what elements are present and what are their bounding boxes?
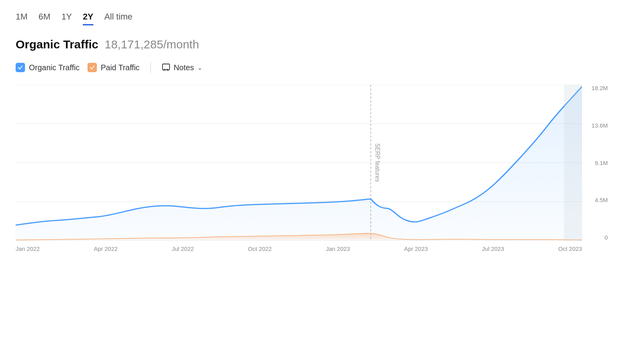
annotation-text: SERP features bbox=[374, 144, 381, 182]
x-label-jan22: Jan 2022 bbox=[16, 245, 40, 252]
paid-label: Paid Traffic bbox=[101, 63, 140, 72]
chart-value: 18,171,285/month bbox=[105, 38, 199, 51]
paid-checkbox[interactable] bbox=[88, 63, 97, 72]
time-tab-1m[interactable]: 1M bbox=[16, 12, 28, 25]
notes-button[interactable]: Notes ⌄ bbox=[162, 63, 202, 72]
time-tab-all-time[interactable]: All time bbox=[104, 12, 132, 25]
x-axis: Jan 2022 Apr 2022 Jul 2022 Oct 2022 Jan … bbox=[16, 241, 582, 256]
notes-icon bbox=[162, 63, 170, 72]
check-icon-paid bbox=[89, 65, 95, 70]
time-tab-2y[interactable]: 2Y bbox=[83, 12, 93, 25]
x-label-oct22: Oct 2022 bbox=[248, 245, 272, 252]
x-label-apr22: Apr 2022 bbox=[94, 245, 118, 252]
legend-row: Organic Traffic Paid Traffic Notes ⌄ bbox=[16, 62, 609, 73]
time-tab-1y[interactable]: 1Y bbox=[61, 12, 72, 25]
organic-checkbox[interactable] bbox=[16, 63, 25, 72]
chart-svg: SERP features bbox=[16, 85, 582, 241]
svg-rect-7 bbox=[564, 85, 582, 241]
chevron-down-icon: ⌄ bbox=[197, 64, 202, 71]
x-label-jul23: Jul 2023 bbox=[482, 245, 504, 252]
y-label-0: 0 bbox=[605, 234, 608, 241]
title-row: Organic Traffic 18,171,285/month bbox=[16, 38, 609, 51]
notes-label: Notes bbox=[173, 63, 194, 72]
y-label-13m: 13.6M bbox=[591, 122, 608, 129]
x-label-jan23: Jan 2023 bbox=[326, 245, 350, 252]
chart-container: SERP features 18.2M 13.6M 9.1M 4 bbox=[16, 85, 609, 256]
svg-rect-0 bbox=[162, 64, 170, 70]
legend-paid[interactable]: Paid Traffic bbox=[88, 63, 140, 72]
x-label-jul22: Jul 2022 bbox=[172, 245, 194, 252]
x-label-apr23: Apr 2023 bbox=[404, 245, 428, 252]
check-icon bbox=[18, 65, 23, 70]
y-label-18m: 18.2M bbox=[591, 85, 608, 91]
time-period-tabs: 1M6M1Y2YAll time bbox=[16, 12, 609, 25]
y-axis: 18.2M 13.6M 9.1M 4.5M 0 bbox=[582, 85, 609, 241]
organic-label: Organic Traffic bbox=[29, 63, 80, 72]
time-tab-6m[interactable]: 6M bbox=[39, 12, 51, 25]
legend-divider bbox=[150, 62, 151, 73]
legend-organic[interactable]: Organic Traffic bbox=[16, 63, 80, 72]
x-label-oct23: Oct 2023 bbox=[558, 245, 582, 252]
chart-title: Organic Traffic bbox=[16, 38, 98, 51]
y-label-4m: 4.5M bbox=[595, 197, 608, 203]
y-label-9m: 9.1M bbox=[595, 160, 608, 166]
